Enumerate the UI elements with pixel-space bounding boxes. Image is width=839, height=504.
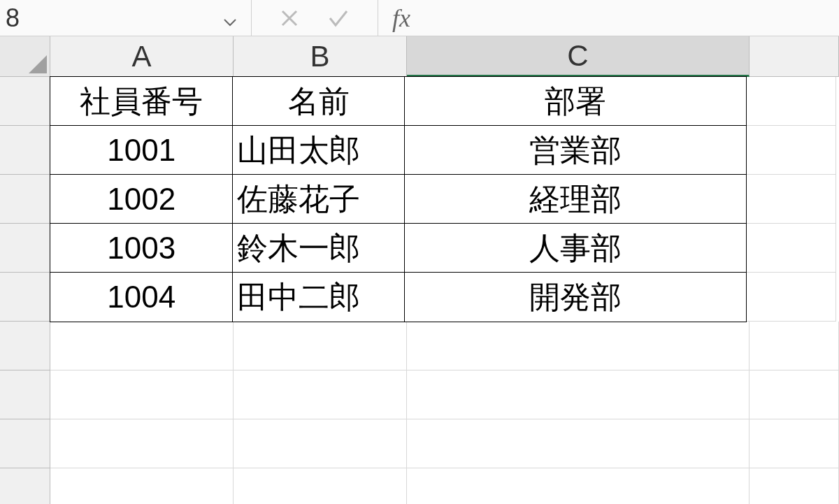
row-header[interactable]	[0, 224, 50, 273]
cell[interactable]	[50, 370, 234, 419]
column-headers: A B C	[0, 36, 839, 77]
chevron-down-icon[interactable]	[223, 3, 237, 33]
cell[interactable]	[50, 419, 234, 468]
cell[interactable]: 1001	[50, 125, 233, 175]
name-box[interactable]: 8	[0, 0, 252, 36]
row-header[interactable]	[0, 273, 50, 322]
cell[interactable]: 山田太郎	[232, 125, 406, 175]
cell[interactable]: 開発部	[404, 272, 747, 322]
cell[interactable]	[50, 468, 234, 504]
select-all-corner[interactable]	[0, 36, 50, 77]
cell[interactable]	[407, 322, 750, 370]
row-header[interactable]	[0, 370, 50, 419]
cell[interactable]: 鈴木一郎	[232, 223, 406, 273]
cell[interactable]: 名前	[232, 76, 406, 127]
cell[interactable]: 人事部	[404, 223, 747, 273]
cell[interactable]: 1004	[50, 272, 233, 322]
table-row	[50, 468, 839, 504]
spreadsheet-grid: A B C 社員番号 名前 部署 1001 山田太郎	[0, 36, 839, 504]
cell[interactable]: 経理部	[404, 174, 747, 224]
cell[interactable]	[750, 468, 839, 504]
cell[interactable]	[750, 322, 839, 370]
enter-icon[interactable]	[327, 8, 350, 28]
cell[interactable]: 営業部	[404, 125, 747, 175]
cell[interactable]	[750, 419, 839, 468]
cell[interactable]	[747, 224, 836, 273]
column-header-D[interactable]	[750, 36, 839, 77]
grid-body: 社員番号 名前 部署 1001 山田太郎 営業部 1002 佐藤花子 経理部 1…	[0, 77, 839, 504]
table-row: 1004 田中二郎 開発部	[50, 273, 839, 322]
cell[interactable]: 1003	[50, 223, 233, 273]
table-row: 社員番号 名前 部署	[50, 77, 839, 126]
cell[interactable]	[750, 370, 839, 419]
column-header-B[interactable]: B	[234, 36, 407, 77]
row-header[interactable]	[0, 77, 50, 126]
cell[interactable]: 田中二郎	[232, 272, 406, 322]
cell[interactable]	[234, 322, 407, 370]
cell[interactable]	[407, 419, 750, 468]
cancel-icon[interactable]	[280, 8, 299, 28]
row-header[interactable]	[0, 175, 50, 224]
table-row: 1002 佐藤花子 経理部	[50, 175, 839, 224]
cell[interactable]: 佐藤花子	[232, 174, 406, 224]
cell[interactable]	[747, 126, 836, 175]
table-row: 1001 山田太郎 営業部	[50, 126, 839, 175]
formula-buttons	[252, 0, 378, 36]
table-row	[50, 419, 839, 468]
cell[interactable]: 1002	[50, 174, 233, 224]
cell[interactable]	[407, 370, 750, 419]
table-row	[50, 322, 839, 370]
row-headers	[0, 77, 50, 504]
cell[interactable]	[50, 322, 234, 370]
row-header[interactable]	[0, 419, 50, 468]
cell[interactable]	[234, 468, 407, 504]
row-header[interactable]	[0, 322, 50, 370]
cell[interactable]	[747, 77, 836, 126]
cell[interactable]	[407, 468, 750, 504]
formula-bar: 8 fx	[0, 0, 839, 36]
name-box-value: 8	[6, 3, 20, 33]
row-header[interactable]	[0, 126, 50, 175]
table-row	[50, 370, 839, 419]
column-header-A[interactable]: A	[50, 36, 234, 77]
column-header-C[interactable]: C	[407, 36, 750, 77]
cell[interactable]	[747, 273, 836, 322]
cell[interactable]: 部署	[404, 76, 747, 127]
cell[interactable]: 社員番号	[50, 76, 233, 127]
row-header[interactable]	[0, 468, 50, 504]
cells-area: 社員番号 名前 部署 1001 山田太郎 営業部 1002 佐藤花子 経理部 1…	[50, 77, 839, 504]
cell[interactable]	[234, 370, 407, 419]
fx-label[interactable]: fx	[378, 3, 424, 33]
cell[interactable]	[234, 419, 407, 468]
cell[interactable]	[747, 175, 836, 224]
table-row: 1003 鈴木一郎 人事部	[50, 224, 839, 273]
